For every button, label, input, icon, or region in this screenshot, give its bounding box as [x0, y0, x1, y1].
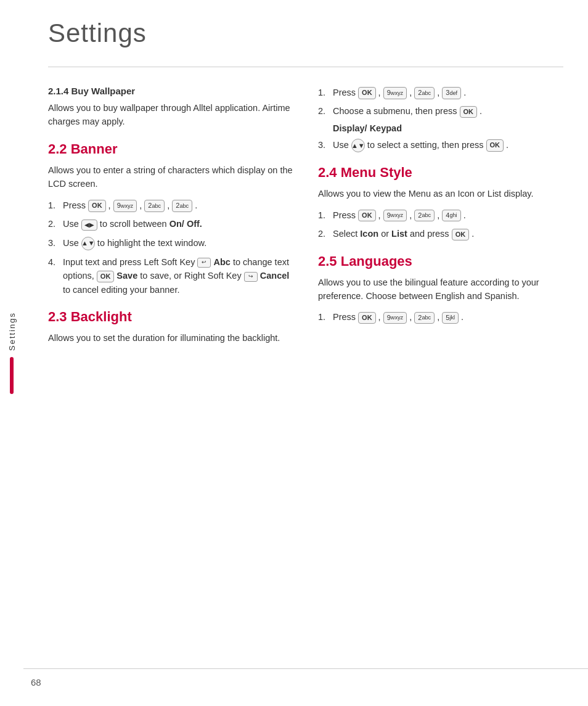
5jkl-key-25: 5jkl: [442, 312, 459, 324]
step-22-2-content: Use ◀▶ to scroll between On/ Off.: [63, 217, 293, 231]
step-25-1-num: 1.: [318, 310, 330, 324]
section-24-body: Allows you to view the Menu as an Icon o…: [318, 187, 563, 200]
main-content: Settings 2.1.4 Buy Wallpaper Allows you …: [23, 0, 588, 377]
page-title: Settings: [48, 18, 563, 48]
step-22-2: 2. Use ◀▶ to scroll between On/ Off.: [48, 217, 293, 231]
step-r3-content: Use ▲▼ to select a setting, then press O…: [333, 138, 563, 152]
step-r3-num: 3.: [318, 138, 330, 152]
ok-key-r3: OK: [486, 139, 504, 151]
step-22-4: 4. Input text and press Left Soft Key ↩ …: [48, 255, 293, 297]
section-23-body: Allows you to set the duration for illum…: [48, 331, 293, 345]
section-25-body: Allows you to use the bilingual feature …: [318, 276, 563, 303]
right-soft-icon: ↪: [244, 272, 258, 282]
9wxyz-key-1: 9wxyz: [113, 200, 137, 211]
step-22-4-content: Input text and press Left Soft Key ↩ Abc…: [63, 255, 293, 297]
ok-key-r2: OK: [460, 106, 478, 118]
step-r2-content: Choose a submenu, then press OK .: [333, 104, 563, 118]
section-25-title: 2.5 Languages: [318, 253, 563, 269]
section-22-title: 2.2 Banner: [48, 141, 293, 157]
step-24-2: 2. Select Icon or List and press OK .: [318, 227, 563, 240]
right-column: 1. Press OK , 9wxyz , 2abc , 3def . 2. C…: [318, 86, 563, 353]
step-25-1: 1. Press OK , 9wxyz , 2abc , 5jkl .: [318, 310, 563, 324]
ok-key-2: OK: [97, 271, 115, 282]
9wxyz-key-24: 9wxyz: [383, 210, 407, 221]
display-keypad-label: Display/ Keypad: [333, 123, 563, 133]
step-22-3-num: 3.: [48, 236, 60, 250]
2abc-key-1: 2abc: [144, 200, 165, 211]
section-214: 2.1.4 Buy Wallpaper Allows you to buy wa…: [48, 86, 293, 129]
step-r2-num: 2.: [318, 104, 330, 118]
ok-key-1: OK: [88, 200, 106, 211]
top-divider: [48, 67, 563, 67]
2abc-key-25: 2abc: [414, 312, 435, 324]
sidebar-accent-bar: [10, 357, 14, 394]
3def-key-r1: 3def: [442, 87, 461, 99]
9wxyz-key-r1: 9wxyz: [383, 87, 407, 99]
left-column: 2.1.4 Buy Wallpaper Allows you to buy wa…: [48, 86, 293, 353]
step-24-1-num: 1.: [318, 208, 330, 222]
content-columns: 2.1.4 Buy Wallpaper Allows you to buy wa…: [48, 86, 563, 353]
step-r2: 2. Choose a submenu, then press OK .: [318, 104, 563, 118]
ok-key-24-2: OK: [452, 229, 470, 240]
section-22: 2.2 Banner Allows you to enter a string …: [48, 141, 293, 297]
section-214-body: Allows you to buy wallpaper through Allt…: [48, 101, 293, 129]
step-22-4-num: 4.: [48, 255, 60, 269]
section-24-title: 2.4 Menu Style: [318, 165, 563, 181]
section-22-body: Allows you to enter a string of characte…: [48, 163, 293, 191]
step-22-1-content: Press OK , 9wxyz , 2abc , 2abc .: [63, 199, 293, 212]
sidebar: Settings: [0, 0, 23, 706]
ud-nav-icon-r3: ▲▼: [351, 139, 365, 152]
section-214-title: 2.1.4 Buy Wallpaper: [48, 86, 293, 96]
section-23-title: 2.3 Backlight: [48, 309, 293, 325]
ok-key-25: OK: [358, 312, 376, 324]
page-number: 68: [31, 677, 41, 688]
ud-nav-icon-1: ▲▼: [81, 237, 95, 250]
step-22-3-content: Use ▲▼ to highlight the text window.: [63, 236, 293, 250]
step-r3: 3. Use ▲▼ to select a setting, then pres…: [318, 138, 563, 152]
ok-key-r1: OK: [358, 87, 376, 99]
step-r1-content: Press OK , 9wxyz , 2abc , 3def .: [333, 86, 563, 99]
step-24-2-num: 2.: [318, 227, 330, 240]
2abc-key-r1: 2abc: [414, 87, 435, 99]
step-24-2-content: Select Icon or List and press OK .: [333, 227, 563, 240]
step-22-1-num: 1.: [48, 199, 60, 212]
4ghi-key-24: 4ghi: [442, 210, 460, 221]
step-22-3: 3. Use ▲▼ to highlight the text window.: [48, 236, 293, 250]
sidebar-label: Settings: [7, 312, 17, 351]
9wxyz-key-25: 9wxyz: [383, 312, 407, 324]
lr-nav-icon: ◀▶: [81, 220, 97, 231]
step-r1-num: 1.: [318, 86, 330, 99]
2abc-key-2: 2abc: [172, 200, 192, 211]
step-25-1-content: Press OK , 9wxyz , 2abc , 5jkl .: [333, 310, 563, 324]
step-24-1: 1. Press OK , 9wxyz , 2abc , 4ghi .: [318, 208, 563, 222]
step-24-1-content: Press OK , 9wxyz , 2abc , 4ghi .: [333, 208, 563, 222]
section-24: 2.4 Menu Style Allows you to view the Me…: [318, 165, 563, 240]
step-22-1: 1. Press OK , 9wxyz , 2abc , 2abc .: [48, 199, 293, 212]
left-soft-icon: ↩: [197, 258, 211, 268]
step-22-2-num: 2.: [48, 217, 60, 231]
section-23: 2.3 Backlight Allows you to set the dura…: [48, 309, 293, 345]
ok-key-24-1: OK: [358, 210, 376, 221]
section-25: 2.5 Languages Allows you to use the bili…: [318, 253, 563, 324]
step-r1: 1. Press OK , 9wxyz , 2abc , 3def .: [318, 86, 563, 99]
bottom-divider: [23, 668, 588, 669]
2abc-key-24: 2abc: [414, 210, 435, 221]
